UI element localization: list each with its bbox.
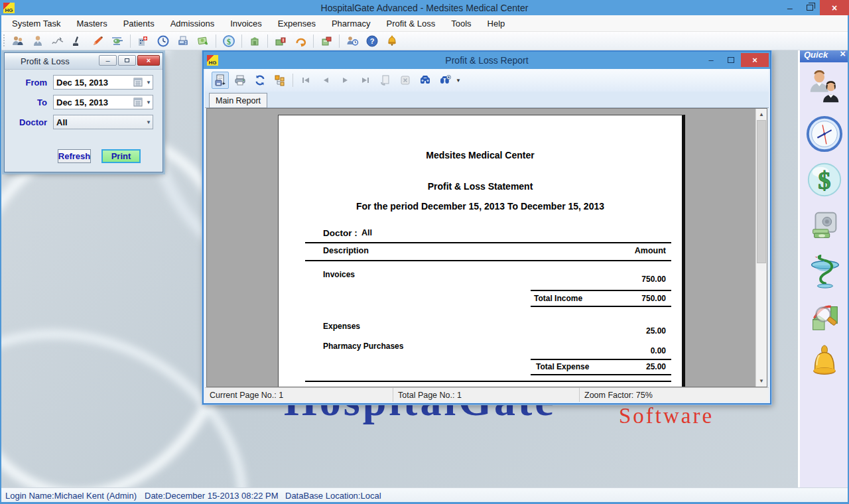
- menu-tools[interactable]: Tools: [443, 15, 479, 32]
- quick-patients-icon[interactable]: [805, 68, 844, 108]
- quick-clock-icon[interactable]: [805, 114, 844, 154]
- col-description: Description: [323, 246, 369, 255]
- menu-profit-loss[interactable]: Profit & Loss: [378, 15, 443, 32]
- minimize-button[interactable]: –: [780, 0, 800, 15]
- find-icon[interactable]: [417, 72, 434, 89]
- report-company: Medsites Medical Center: [279, 150, 682, 160]
- toolbar-separator: [293, 74, 293, 87]
- group-tree-icon[interactable]: [271, 72, 289, 89]
- to-label: To: [5, 97, 47, 107]
- row-expenses-label: Expenses: [323, 322, 360, 331]
- row-total-expense-label: Total Expense: [536, 362, 589, 371]
- restore-button[interactable]: [800, 0, 820, 15]
- help-icon[interactable]: ?: [363, 33, 381, 49]
- goto-page-icon[interactable]: [377, 72, 394, 89]
- quick-report-icon[interactable]: [805, 297, 844, 337]
- refresh-button[interactable]: Refresh: [58, 149, 91, 163]
- to-date-field[interactable]: Dec 15, 2013 ▼: [53, 95, 153, 109]
- invoice-icon[interactable]: [194, 33, 212, 49]
- main-toolbar: $ ?: [0, 32, 849, 50]
- supplier-icon[interactable]: [318, 33, 335, 49]
- quick-expense-icon[interactable]: [805, 206, 844, 245]
- dialog-minimize-button[interactable]: –: [99, 55, 117, 66]
- row-invoices-label: Invoices: [323, 270, 355, 279]
- menu-invoices[interactable]: Invoices: [222, 15, 270, 32]
- patients-icon[interactable]: [9, 33, 27, 49]
- refresh-report-icon[interactable]: [251, 72, 269, 89]
- quick-alert-icon[interactable]: [805, 343, 844, 383]
- print-button[interactable]: Print: [101, 149, 141, 163]
- undo-icon[interactable]: [292, 33, 309, 49]
- report-doctor-value: All: [361, 228, 372, 237]
- report-window: HG Profit & Loss Report – × ▼ Main Repor…: [202, 50, 771, 405]
- dialog-close-button[interactable]: ×: [137, 55, 160, 66]
- expense-icon[interactable]: [246, 33, 263, 49]
- menu-patients[interactable]: Patients: [115, 15, 163, 32]
- clock-icon[interactable]: [155, 33, 172, 49]
- report-title: Profit & Loss Statement: [279, 181, 682, 192]
- quick-pharmacy-icon[interactable]: [805, 251, 844, 291]
- row-total-income-amount: 750.00: [641, 294, 666, 303]
- zoom-factor-status: Zoom Factor: 75%: [580, 388, 769, 402]
- date-status: Date:December 15-2013 08:22 PM: [145, 491, 279, 501]
- fax-icon[interactable]: [174, 33, 192, 49]
- maximize-icon: [125, 58, 129, 62]
- menu-pharmacy[interactable]: Pharmacy: [324, 15, 379, 32]
- from-date-field[interactable]: Dec 15, 2013 ▼: [53, 75, 153, 90]
- menu-system-task[interactable]: System Task: [4, 15, 68, 32]
- toolbar-separator: [241, 34, 242, 48]
- watermark-software: Software: [619, 404, 714, 428]
- svg-text:?: ?: [370, 37, 375, 45]
- report-close-button[interactable]: ×: [741, 53, 769, 67]
- row-pharmacy-amount: 0.00: [651, 346, 666, 355]
- to-date-dropdown-icon[interactable]: ▼: [145, 99, 153, 105]
- close-preview-icon[interactable]: [397, 72, 414, 89]
- scroll-down-icon[interactable]: ▼: [756, 375, 767, 387]
- export-report-icon[interactable]: [212, 72, 229, 89]
- report-page: Medsites Medical Center Profit & Loss St…: [278, 115, 685, 387]
- last-page-icon[interactable]: [357, 72, 374, 89]
- quick-billing-icon[interactable]: $: [805, 160, 844, 200]
- tab-main-report[interactable]: Main Report: [209, 93, 267, 108]
- menu-masters[interactable]: Masters: [68, 15, 115, 32]
- toolbar-separator: [216, 34, 216, 48]
- doctor-select[interactable]: All ▼: [53, 115, 153, 129]
- scroll-up-icon[interactable]: ▲: [756, 109, 767, 120]
- signature-icon[interactable]: [49, 33, 66, 49]
- dollar-icon[interactable]: $: [220, 33, 237, 49]
- from-date-dropdown-icon[interactable]: ▼: [145, 80, 153, 86]
- menu-expenses[interactable]: Expenses: [270, 15, 324, 32]
- close-button[interactable]: ×: [820, 0, 849, 15]
- to-date-value: Dec 15, 2013: [54, 97, 133, 107]
- report-scrollbar[interactable]: ▲ ▼: [755, 109, 767, 387]
- report-rule: [531, 290, 671, 291]
- login-name-status: Login Name:Michael Kent (Admin): [5, 491, 137, 501]
- first-page-icon[interactable]: [297, 72, 314, 89]
- print-report-icon[interactable]: [231, 72, 249, 89]
- bell-icon[interactable]: [383, 33, 401, 49]
- zoom-dropdown-icon[interactable]: ▼: [456, 78, 461, 84]
- menu-help[interactable]: Help: [480, 15, 513, 32]
- calendar-icon: [133, 78, 143, 87]
- report-minimize-button[interactable]: –: [701, 53, 721, 67]
- schedule-icon[interactable]: [344, 33, 361, 49]
- report-viewer-area: Medsites Medical Center Profit & Loss St…: [206, 108, 767, 387]
- svg-text:$: $: [818, 166, 830, 194]
- helicopter-icon[interactable]: [109, 33, 126, 49]
- pen-icon[interactable]: [89, 33, 106, 49]
- dialog-maximize-button[interactable]: [118, 55, 136, 66]
- row-expenses-amount: 25.00: [646, 326, 666, 336]
- scrollbar-thumb[interactable]: [757, 120, 766, 263]
- next-page-icon[interactable]: [337, 72, 354, 89]
- zoom-icon[interactable]: [436, 72, 454, 89]
- menu-admissions[interactable]: Admissions: [163, 15, 222, 32]
- report-maximize-button[interactable]: [721, 53, 741, 67]
- stamp-icon[interactable]: [69, 33, 86, 49]
- patient-icon[interactable]: [29, 33, 46, 49]
- pharmacy-box-icon[interactable]: [272, 33, 289, 49]
- report-rule: [531, 374, 671, 375]
- previous-page-icon[interactable]: [317, 72, 334, 89]
- dialog-titlebar: Profit & Loss – ×: [5, 53, 163, 70]
- report-rule: [305, 242, 671, 243]
- admission-icon[interactable]: [135, 33, 152, 49]
